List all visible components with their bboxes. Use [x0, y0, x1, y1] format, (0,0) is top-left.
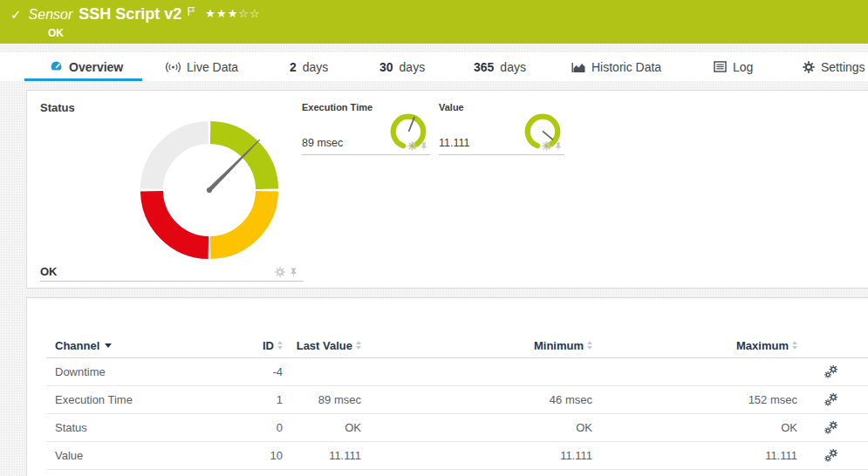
column-header-minimum-label: Minimum — [534, 339, 584, 352]
column-header-maximum-label: Maximum — [736, 339, 789, 352]
channel-settings-icon[interactable] — [824, 365, 837, 378]
pin-icon[interactable] — [554, 141, 563, 151]
tab-historic-data-label: Historic Data — [591, 60, 661, 74]
cell-channel: Status — [55, 421, 210, 434]
broadcast-icon — [166, 61, 181, 73]
stars-filled: ★★★ — [205, 7, 238, 20]
flag-icon[interactable] — [188, 6, 196, 17]
tab-log-label: Log — [733, 60, 753, 74]
table-row-value: Value 10 11.111 11.111 11.111 — [46, 442, 868, 470]
execution-time-value: 89 msec — [302, 137, 343, 149]
tab-historic-data[interactable]: Historic Data — [571, 52, 661, 81]
status-gauge-title: Status — [40, 101, 75, 114]
cell-minimum: 11.111 — [361, 449, 592, 462]
tab-settings[interactable]: Settings — [803, 52, 865, 81]
priority-star-rating[interactable]: ★★★☆☆ — [205, 7, 260, 20]
cell-minimum: 46 msec — [361, 393, 592, 406]
overview-gauges-panel: Status OK Execution Time 89 msec — [26, 90, 868, 289]
pin-icon[interactable] — [420, 141, 428, 151]
channel-table-panel: Channel ID Last Value Minimum Maximum — [26, 297, 868, 476]
object-kind-label: Sensor — [29, 7, 73, 23]
table-row-execution-time: Execution Time 1 89 msec 46 msec 152 mse… — [46, 386, 868, 414]
sensor-title: SSH Script v2 — [79, 5, 181, 24]
gauge-needle — [543, 131, 553, 139]
tab-live-data-label: Live Data — [187, 60, 238, 74]
tab-log[interactable]: Log — [714, 52, 753, 81]
cell-last-value: OK — [283, 421, 361, 434]
cell-id: 10 — [210, 449, 283, 462]
settings-gear-icon — [803, 61, 815, 73]
tab-365-days-number: 365 — [474, 60, 494, 74]
table-row-status: Status 0 OK OK OK — [46, 414, 868, 442]
cell-last-value: 11.111 — [283, 449, 361, 462]
tab-30-days-number: 30 — [379, 60, 393, 74]
value-value: 11.111 — [439, 137, 469, 149]
cell-channel: Value — [55, 449, 210, 462]
sensor-status-band: ✓ Sensor SSH Script v2 ★★★☆☆ OK — [0, 0, 868, 44]
sort-desc-icon — [105, 343, 112, 348]
tab-365-days-label: days — [500, 60, 526, 74]
cell-id: 0 — [210, 421, 283, 434]
area-chart-icon — [571, 61, 585, 73]
tab-settings-label: Settings — [821, 60, 865, 74]
execution-time-title: Execution Time — [302, 102, 372, 112]
table-row-downtime: Downtime -4 — [46, 358, 868, 386]
execution-time-gauge-cell: Execution Time 89 msec — [302, 99, 430, 155]
cell-id: -4 — [210, 365, 283, 378]
channel-table-header: Channel ID Last Value Minimum Maximum — [46, 333, 868, 358]
value-title: Value — [439, 102, 464, 112]
status-gauge-cell: Status OK — [40, 99, 304, 282]
tab-2-days[interactable]: 2days — [290, 52, 328, 81]
column-header-last-value[interactable]: Last Value — [283, 339, 361, 352]
gauge-settings-gear-icon[interactable] — [542, 141, 551, 151]
cell-maximum: 11.111 — [592, 449, 797, 462]
cell-last-value: 89 msec — [283, 393, 361, 406]
tab-30-days[interactable]: 30days — [379, 52, 425, 81]
column-header-id[interactable]: ID — [210, 339, 283, 352]
sort-icon — [792, 341, 797, 350]
ok-check-icon: ✓ — [10, 7, 22, 23]
column-header-id-label: ID — [263, 339, 274, 352]
tab-2-days-label: days — [303, 60, 329, 74]
cell-channel: Downtime — [55, 365, 210, 378]
tab-overview-label: Overview — [69, 60, 123, 74]
cell-id: 1 — [210, 393, 283, 406]
tab-overview[interactable]: Overview — [50, 52, 123, 81]
channel-table: Channel ID Last Value Minimum Maximum — [46, 333, 868, 470]
tab-365-days[interactable]: 365days — [474, 52, 526, 81]
cell-channel: Execution Time — [55, 393, 210, 406]
status-gauge-value: OK — [40, 265, 58, 278]
status-gauge — [138, 119, 281, 262]
cell-maximum: 152 msec — [592, 393, 797, 406]
log-list-icon — [714, 61, 727, 72]
column-header-last-value-label: Last Value — [297, 339, 352, 352]
tab-2-days-number: 2 — [290, 60, 297, 74]
column-header-channel[interactable]: Channel — [55, 339, 210, 352]
tab-30-days-label: days — [400, 60, 426, 74]
gauge-settings-gear-icon[interactable] — [407, 141, 417, 151]
active-tab-underline — [24, 78, 142, 81]
column-header-maximum[interactable]: Maximum — [592, 339, 797, 352]
tab-bar: Overview Live Data 2days 30days 365days … — [0, 52, 868, 81]
value-gauge-cell: Value 11.111 — [439, 99, 564, 155]
sensor-status-label: OK — [48, 27, 868, 39]
pin-icon[interactable] — [289, 267, 298, 277]
channel-settings-icon[interactable] — [824, 393, 837, 406]
cell-maximum: OK — [592, 421, 797, 434]
channel-settings-icon[interactable] — [824, 449, 837, 462]
column-header-minimum[interactable]: Minimum — [361, 339, 592, 352]
gauge-icon — [50, 60, 63, 73]
gauge-settings-gear-icon[interactable] — [275, 267, 285, 277]
tab-live-data[interactable]: Live Data — [166, 52, 238, 81]
channel-settings-icon[interactable] — [824, 421, 837, 434]
stars-empty: ☆☆ — [238, 7, 260, 20]
column-header-channel-label: Channel — [55, 339, 99, 352]
cell-minimum: OK — [361, 421, 592, 434]
